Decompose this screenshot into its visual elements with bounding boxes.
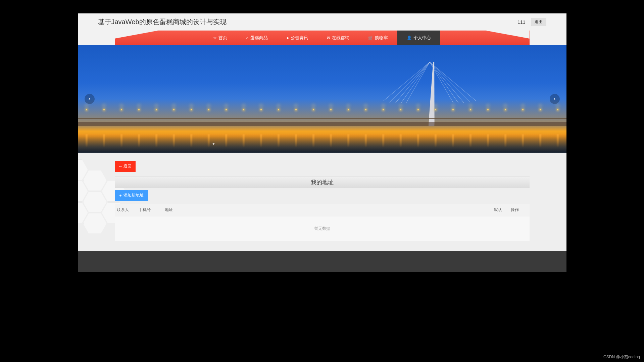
header: 基于JavaWeb的原色蛋糕商城的设计与实现 111 退出	[78, 13, 566, 31]
page-wrapper: 基于JavaWeb的原色蛋糕商城的设计与实现 111 退出 ☆ 首页 ⌂ 蛋糕商…	[78, 13, 566, 272]
content-area: ←返回 我的地址 + 添加新地址 联系人 手机号 地址 默认 操作	[78, 153, 566, 251]
nav-item-news[interactable]: ● 公告资讯	[277, 31, 317, 45]
th-default: 默认	[494, 207, 511, 213]
th-contact: 联系人	[117, 207, 139, 213]
page-title: 基于JavaWeb的原色蛋糕商城的设计与实现	[98, 17, 227, 27]
nav-item-profile[interactable]: 👤 个人中心	[397, 31, 440, 45]
address-table: 联系人 手机号 地址 默认 操作 暂无数据	[115, 204, 530, 241]
nav-label: 公告资讯	[291, 35, 308, 41]
cursor-icon	[212, 142, 215, 147]
back-button[interactable]: ←返回	[115, 161, 136, 172]
footer	[78, 251, 566, 272]
nav-item-cart[interactable]: 🛒 购物车	[359, 31, 397, 45]
carousel-prev-button[interactable]: ‹	[85, 94, 95, 104]
add-address-button[interactable]: + 添加新地址	[115, 190, 148, 201]
nav-item-products[interactable]: ⌂ 蛋糕商品	[237, 31, 277, 45]
table-header: 联系人 手机号 地址 默认 操作	[115, 204, 530, 216]
user-icon: 👤	[407, 36, 412, 40]
back-label: 返回	[123, 163, 132, 169]
nav-item-consult[interactable]: ✉ 在线咨询	[317, 31, 359, 45]
mail-icon: ✉	[327, 36, 330, 40]
nav-item-home[interactable]: ☆ 首页	[204, 31, 237, 45]
nav-items: ☆ 首页 ⌂ 蛋糕商品 ● 公告资讯 ✉ 在线咨询	[204, 31, 440, 45]
nav-label: 首页	[218, 35, 227, 41]
carousel-next-button[interactable]: ›	[550, 94, 560, 104]
cart-icon: 🛒	[368, 36, 373, 40]
add-label: 添加新地址	[123, 193, 144, 198]
home-icon: ⌂	[246, 36, 248, 40]
nav-bar: ☆ 首页 ⌂ 蛋糕商品 ● 公告资讯 ✉ 在线咨询	[115, 31, 530, 45]
nav-label: 个人中心	[413, 35, 431, 41]
arrow-left-icon: ←	[119, 164, 123, 169]
header-right: 111 退出	[517, 18, 546, 26]
star-icon: ☆	[213, 36, 217, 40]
th-address: 地址	[165, 207, 494, 213]
th-phone: 手机号	[139, 207, 165, 213]
banner-carousel: ‹ ›	[78, 45, 566, 153]
empty-state: 暂无数据	[115, 216, 530, 241]
section-title: 我的地址	[115, 176, 530, 188]
banner-image	[78, 99, 566, 133]
username-label: 111	[517, 19, 525, 25]
nav-label: 在线咨询	[332, 35, 349, 41]
logout-button[interactable]: 退出	[531, 18, 546, 26]
nav-container: ☆ 首页 ⌂ 蛋糕商品 ● 公告资讯 ✉ 在线咨询	[78, 31, 566, 45]
nav-label: 购物车	[375, 35, 388, 41]
info-icon: ●	[287, 36, 289, 40]
plus-icon: +	[119, 193, 122, 198]
nav-label: 蛋糕商品	[250, 35, 268, 41]
th-action: 操作	[511, 207, 528, 213]
